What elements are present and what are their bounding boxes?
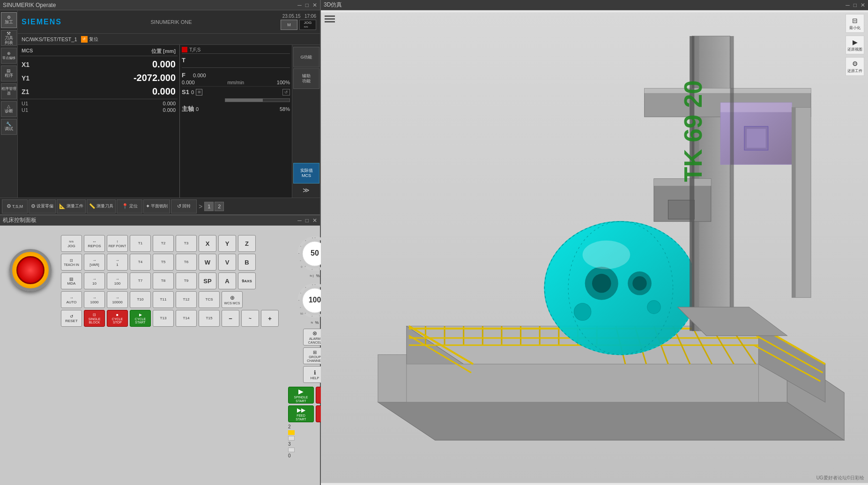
- step10-btn[interactable]: → 10: [84, 272, 105, 289]
- mode-btn-jog[interactable]: JOG≈≈: [299, 20, 316, 30]
- mcp-maximize-btn[interactable]: □: [305, 217, 309, 224]
- step100-btn[interactable]: → 100: [107, 272, 128, 289]
- minimize-btn[interactable]: ─: [297, 2, 302, 8]
- t11-btn[interactable]: T11: [153, 291, 174, 308]
- reset-ctrl-btn[interactable]: ↺ RESET: [61, 310, 82, 327]
- sidebar-icon-offset[interactable]: ⊕ 零点偏移: [1, 48, 17, 64]
- t14-btn[interactable]: T14: [176, 310, 197, 327]
- teachin-btn[interactable]: ⊡ TEACH IN: [61, 254, 82, 271]
- repos-btn[interactable]: ↔ REPOS: [84, 235, 105, 252]
- ref-icon: ↑: [116, 239, 119, 244]
- sim-maximize-btn[interactable]: □: [853, 2, 857, 8]
- b-axis-btn[interactable]: B: [238, 254, 256, 271]
- reset-btn[interactable]: ↺ 复位: [81, 36, 98, 43]
- position-btn[interactable]: 📍 定位: [117, 199, 142, 213]
- sidebar-icon-program[interactable]: ▤ 程序: [1, 66, 17, 81]
- page-2-btn[interactable]: 2: [215, 202, 224, 211]
- var-btn[interactable]: → [VAR]: [84, 254, 105, 271]
- cycle-stop-btn[interactable]: ■ CYCLE STOP: [107, 310, 128, 327]
- maximize-btn[interactable]: □: [305, 2, 309, 8]
- mcp-close-btn[interactable]: ✕: [312, 217, 317, 224]
- plane-mill-btn[interactable]: ✦ 平面铣削: [143, 199, 170, 213]
- sim-close-btn[interactable]: ✕: [861, 2, 865, 8]
- rotate-btn[interactable]: ↺ 回转: [171, 199, 197, 213]
- set-offset-btn[interactable]: ⚙ 设置零偏: [29, 199, 56, 213]
- t13-btn[interactable]: T13: [153, 310, 174, 327]
- step1000-btn[interactable]: → 1000: [84, 291, 105, 308]
- restore-work-btn[interactable]: ⚙ 还原工件: [846, 57, 864, 76]
- actual-val-sublabel: MCS: [302, 173, 311, 178]
- feed-start-btn[interactable]: ▶▶ FEED START: [288, 405, 314, 422]
- auto-icon: →: [69, 295, 74, 300]
- machine-control-panel: 机床控制面板 ─ □ ✕ ≈≈ JOG: [0, 215, 320, 485]
- sim-content: ⊟ 最小化 ▶ 还原视图 ⚙ 还原工件: [321, 10, 868, 485]
- restore-view-btn[interactable]: ▶ 还原视图: [846, 36, 864, 54]
- svg-point-53: [592, 274, 611, 293]
- axis-name-x1: X1: [22, 61, 36, 68]
- ref-point-btn[interactable]: ↑ REF POINT: [107, 235, 128, 252]
- sidebar-icon-debug[interactable]: 🔧 调试: [1, 119, 17, 135]
- cycle-start-btn[interactable]: ▶ CYCLE START: [130, 310, 151, 327]
- meas-tool-btn[interactable]: 📏 测量刀具: [87, 199, 116, 213]
- tsm-btn[interactable]: ⚙ T,S,M: [2, 199, 28, 213]
- t9-btn[interactable]: T9: [176, 272, 197, 289]
- minus-btn[interactable]: −: [222, 310, 239, 327]
- a-axis-btn[interactable]: A: [218, 272, 236, 289]
- t6-btn[interactable]: T6: [176, 254, 197, 271]
- t5-btn[interactable]: T5: [153, 254, 174, 271]
- sidebar-icon-prog-mgr[interactable]: 程序管理器: [1, 83, 17, 99]
- t15-btn[interactable]: T15: [199, 310, 220, 327]
- x-axis-btn[interactable]: X: [199, 235, 216, 252]
- sidebar-icon-tools[interactable]: ⚒ 刀具 列表: [1, 30, 17, 46]
- sidebar-icon-machining[interactable]: ⚙ 加工: [1, 12, 17, 28]
- spindle-start-btn[interactable]: ▶ SPINDLE START: [288, 387, 314, 404]
- mode-btn-m[interactable]: M: [281, 20, 297, 30]
- t12-btn[interactable]: T12: [176, 291, 197, 308]
- expand-btn[interactable]: ≫: [293, 184, 319, 196]
- step10000-btn[interactable]: → 10000: [107, 291, 128, 308]
- left-panel: SINUMERIK Operate ─ □ ✕ ⚙ 加工 ⚒ 刀具 列表: [0, 0, 321, 485]
- close-btn[interactable]: ✕: [312, 2, 317, 8]
- t3-btn[interactable]: T3: [176, 235, 197, 252]
- plus-btn[interactable]: +: [261, 310, 279, 327]
- cycle-stop-icon: ■: [116, 313, 119, 317]
- tfs-panel: T,F,S T F 0.000: [179, 45, 292, 198]
- jog-btn[interactable]: ≈≈ JOG: [61, 235, 82, 252]
- actual-val-btn[interactable]: 实际值 MCS: [293, 163, 319, 184]
- 9axs-btn[interactable]: 9 AXS: [238, 272, 256, 289]
- t4-btn[interactable]: T4: [130, 254, 151, 271]
- g-func-btn[interactable]: G功能: [293, 47, 319, 67]
- sim-minimize-btn[interactable]: ─: [846, 2, 850, 8]
- svg-rect-63: [645, 88, 811, 93]
- t8-btn[interactable]: T8: [153, 272, 174, 289]
- rapid-btn[interactable]: ~: [241, 310, 259, 327]
- t7-btn[interactable]: T7: [130, 272, 151, 289]
- y-axis-btn[interactable]: Y: [218, 235, 236, 252]
- t2-btn[interactable]: T2: [153, 235, 174, 252]
- w-axis-btn[interactable]: W: [199, 254, 216, 271]
- auto-btn[interactable]: → AUTO: [61, 291, 82, 308]
- z-axis-btn[interactable]: Z: [238, 235, 256, 252]
- svg-text:50: 50: [300, 312, 304, 315]
- sidebar-icon-diag[interactable]: △ 诊断: [1, 101, 17, 117]
- axis-row-z1: Z1 0.000: [20, 85, 178, 98]
- sp-axis-btn[interactable]: SP: [199, 272, 216, 289]
- aux-func-btn[interactable]: 辅助 功能: [293, 68, 319, 89]
- minimize-sim-btn[interactable]: ⊟ 最小化: [846, 14, 864, 33]
- feed-row: F 0.000 0.000 mm/min 100%: [182, 71, 290, 87]
- help-label: HELP: [311, 376, 319, 380]
- emergency-stop-btn[interactable]: [9, 249, 52, 291]
- t10-btn[interactable]: T10: [130, 291, 151, 308]
- v-axis-btn[interactable]: V: [218, 254, 236, 271]
- meas-workpiece-btn[interactable]: 📐 测量工件: [57, 199, 86, 213]
- single-block-btn[interactable]: ⊡ SINGLE BLOCK: [84, 310, 105, 327]
- mda-btn[interactable]: ▤ MDA: [61, 272, 82, 289]
- mcp-minimize-btn[interactable]: ─: [297, 217, 302, 224]
- layers-icon[interactable]: [325, 14, 335, 27]
- tcs-btn[interactable]: TCS: [199, 291, 220, 308]
- t1-btn[interactable]: T1: [130, 235, 151, 252]
- wcs-mcs-btn[interactable]: ⊕ WCS MCS: [222, 291, 243, 308]
- page-1-btn[interactable]: 1: [204, 202, 214, 211]
- num1-btn[interactable]: → 1: [107, 254, 128, 271]
- svg-rect-71: [690, 36, 694, 331]
